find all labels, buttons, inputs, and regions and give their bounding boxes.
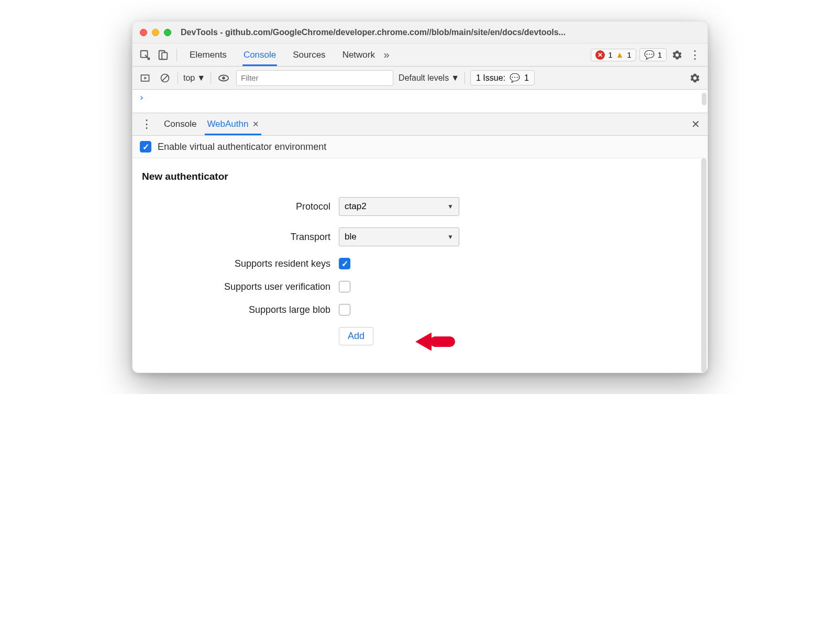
drawer-tab-webauthn-label: WebAuthn [207, 119, 248, 129]
console-output[interactable]: › [132, 90, 708, 113]
clear-console-icon[interactable] [158, 71, 172, 85]
issues-button[interactable]: 1 Issue: 💬 1 [470, 70, 535, 85]
issues-badge-top[interactable]: 💬 1 [639, 48, 667, 61]
more-menu-icon[interactable]: ⋮ [688, 48, 702, 62]
webauthn-panel: New authenticator Protocol ctap2 ▼ Trans… [132, 158, 708, 373]
resident-keys-checkbox[interactable] [339, 258, 350, 269]
caret-down-icon: ▼ [447, 203, 454, 210]
log-levels-selector[interactable]: Default levels ▼ [399, 73, 459, 83]
drawer-tabbar: ⋮ Console WebAuthn ✕ ✕ [132, 113, 708, 136]
drawer-tab-console-label: Console [164, 119, 196, 129]
warning-count: 1 [627, 50, 631, 59]
context-selector[interactable]: top ▼ [183, 73, 205, 83]
add-row: Add [142, 327, 698, 345]
enable-virtual-auth-label: Enable virtual authenticator environment [158, 141, 326, 152]
window-title: DevTools - github.com/GoogleChrome/devel… [181, 28, 566, 37]
enable-virtual-auth-checkbox[interactable] [140, 141, 151, 152]
drawer-tab-console[interactable]: Console [162, 114, 198, 135]
resident-keys-label: Supports resident keys [142, 258, 330, 269]
more-tabs-icon[interactable]: » [379, 48, 394, 62]
transport-row: Transport ble ▼ [142, 227, 698, 246]
scrollbar[interactable] [701, 158, 706, 373]
protocol-row: Protocol ctap2 ▼ [142, 197, 698, 216]
console-prompt: › [139, 92, 145, 103]
user-verification-row: Supports user verification [142, 281, 698, 292]
error-icon: ✕ [595, 50, 605, 60]
settings-icon[interactable] [670, 48, 684, 62]
issues-label: 1 Issue: [476, 73, 505, 83]
drawer-more-icon[interactable]: ⋮ [138, 117, 156, 131]
devtools-window: DevTools - github.com/GoogleChrome/devel… [132, 21, 708, 373]
error-warning-badge[interactable]: ✕ 1 ▲ 1 [591, 49, 636, 61]
svg-point-6 [222, 77, 225, 80]
drawer-close-icon[interactable]: ✕ [689, 116, 702, 133]
filter-input[interactable] [236, 70, 393, 86]
caret-down-icon: ▼ [197, 73, 205, 83]
user-verification-checkbox[interactable] [339, 281, 350, 292]
device-toolbar-icon[interactable] [156, 48, 170, 62]
tab-network[interactable]: Network [341, 45, 376, 66]
tab-sources[interactable]: Sources [292, 45, 326, 66]
add-button[interactable]: Add [339, 327, 373, 345]
issues-count: 1 [524, 73, 529, 83]
tab-elements[interactable]: Elements [189, 45, 228, 66]
error-count: 1 [608, 50, 612, 59]
resident-keys-row: Supports resident keys [142, 258, 698, 269]
transport-value: ble [345, 232, 357, 242]
protocol-select[interactable]: ctap2 ▼ [339, 197, 459, 216]
warning-icon: ▲ [615, 50, 624, 60]
console-toolbar: top ▼ Default levels ▼ 1 Issue: 💬 1 [132, 67, 708, 90]
main-tabbar: Elements Console Sources Network » ✕ 1 ▲… [132, 43, 708, 67]
section-title: New authenticator [142, 171, 698, 182]
caret-down-icon: ▼ [451, 73, 459, 83]
console-settings-icon[interactable] [688, 71, 702, 85]
caret-down-icon: ▼ [447, 233, 454, 241]
svg-rect-2 [162, 52, 167, 59]
levels-label: Default levels [399, 73, 449, 83]
transport-select[interactable]: ble ▼ [339, 227, 459, 246]
close-window-button[interactable] [140, 29, 147, 36]
titlebar: DevTools - github.com/GoogleChrome/devel… [132, 21, 708, 43]
issues-icon: 💬 [510, 73, 520, 83]
live-expression-icon[interactable] [216, 71, 231, 85]
console-sidebar-toggle-icon[interactable] [138, 71, 152, 85]
drawer-tab-webauthn[interactable]: WebAuthn ✕ [205, 114, 261, 135]
minimize-window-button[interactable] [152, 29, 159, 36]
issues-icon: 💬 [644, 50, 655, 60]
tab-console[interactable]: Console [242, 45, 277, 66]
user-verification-label: Supports user verification [142, 281, 330, 292]
close-tab-icon[interactable]: ✕ [252, 119, 259, 129]
inspect-element-icon[interactable] [138, 48, 152, 62]
large-blob-label: Supports large blob [142, 304, 330, 315]
maximize-window-button[interactable] [164, 29, 171, 36]
issues-count-top: 1 [658, 50, 662, 59]
main-tabs: Elements Console Sources Network [189, 45, 376, 66]
large-blob-row: Supports large blob [142, 304, 698, 315]
context-label: top [183, 73, 195, 83]
window-controls [140, 29, 171, 36]
enable-virtual-auth-row: Enable virtual authenticator environment [132, 136, 708, 158]
protocol-label: Protocol [142, 201, 330, 212]
transport-label: Transport [142, 232, 330, 243]
protocol-value: ctap2 [345, 201, 367, 212]
large-blob-checkbox[interactable] [339, 304, 350, 315]
